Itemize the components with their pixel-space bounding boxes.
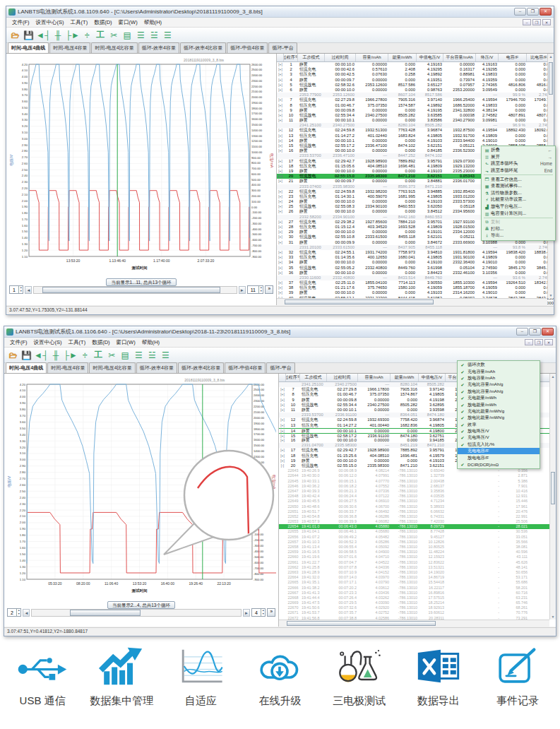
close-button[interactable]: ✕ bbox=[540, 8, 552, 16]
maximize-button[interactable]: ❐ bbox=[529, 328, 541, 336]
table-row[interactable]: 2267119:41:53.700:07:35.74.02752-786.130… bbox=[279, 610, 556, 615]
column-option[interactable]: ✔放电比容量/mAh/g bbox=[458, 389, 540, 395]
open-file-icon[interactable]: 🗁 bbox=[9, 29, 21, 42]
column-option[interactable]: ✔放电能量/mWh bbox=[458, 401, 540, 408]
table-row[interactable]: [+]1静置00:00:10.00.000000.0004.191630.000… bbox=[277, 62, 554, 67]
menu-item[interactable]: 帮助(H) bbox=[139, 338, 162, 347]
table-row[interactable]: 2341.251002340.27500—8280.1048505.282—96… bbox=[277, 123, 554, 128]
column-header[interactable]: 过程时间 bbox=[325, 54, 356, 61]
context-menu-item[interactable]: ⤓导出... bbox=[482, 232, 555, 239]
divide-icon[interactable]: ÷ bbox=[81, 29, 93, 42]
menu-item[interactable]: 数据(D) bbox=[89, 338, 112, 347]
column-option[interactable]: ✔充电能量/mWh bbox=[458, 395, 540, 401]
titlebar-1[interactable]: LANBTS电池测试系统1.08.1109.640 - [C:\Users\Ad… bbox=[6, 6, 554, 18]
column-header[interactable]: 过程时间 bbox=[327, 374, 358, 381]
table-row[interactable]: [+]39静置00:00:10.00.000000.0004.191032314… bbox=[277, 290, 554, 295]
context-menu-item[interactable]: ⚡比能量功率设置... bbox=[482, 196, 555, 203]
table-row[interactable]: [+]37恒流充电02:25:11.01855.041007714.1133.9… bbox=[277, 280, 554, 285]
table-row[interactable]: [+]11静置00:00:10.10.000000.0003.835862340… bbox=[277, 118, 554, 123]
column-option[interactable]: ✔循环次数 bbox=[458, 362, 540, 368]
cut-icon[interactable]: ✂ bbox=[108, 29, 120, 42]
context-menu-item[interactable]: ▤折叠← bbox=[482, 147, 555, 154]
tab-2[interactable]: 时间-电压4容量 bbox=[49, 42, 90, 53]
column-option[interactable]: ✔放电容量/mAh bbox=[458, 375, 540, 381]
menu-item[interactable]: 文件(F) bbox=[9, 18, 32, 27]
table-row[interactable]: [+]9静置00:00:09.80.000000.0004.191952341.… bbox=[277, 108, 554, 113]
scroll-left-arrow[interactable]: ◄ bbox=[23, 609, 30, 617]
column-header[interactable]: 工步模式 bbox=[298, 54, 325, 61]
column-header[interactable]: 电容/F bbox=[499, 54, 527, 61]
column-option[interactable]: ✔效率 bbox=[458, 422, 540, 428]
column-header[interactable]: 中值电压/V bbox=[417, 54, 443, 61]
column-option[interactable]: 放电电容/F bbox=[458, 454, 540, 461]
table-row[interactable]: [+]38恒压充电01:21:17.6375.746501580.1004.19… bbox=[277, 285, 554, 290]
column-header[interactable]: 终压/V bbox=[476, 54, 499, 61]
menu-item[interactable]: 帮助(H) bbox=[141, 18, 165, 27]
horizontal-scrollbar[interactable] bbox=[277, 298, 547, 305]
table-row[interactable]: 2265319:40:57.900:06:39.94.06082-786.130… bbox=[279, 519, 556, 524]
open-file-icon[interactable]: 🗁 bbox=[7, 349, 19, 362]
context-menu-item[interactable]: ▥电容量计算区间... bbox=[482, 210, 555, 217]
table-row[interactable]: 2265619:41:07.200:06:49.24.05482-786.130… bbox=[279, 535, 556, 540]
table-row[interactable]: 2266619:41:38.200:07:20.24.03612-786.130… bbox=[279, 586, 556, 591]
more-pages-button[interactable]: » bbox=[267, 608, 275, 617]
tab-2[interactable]: 时间-电压4容量 bbox=[47, 362, 88, 373]
table-row[interactable]: [+]6静置00:00:10.00.000000.0000.987632353.… bbox=[277, 88, 554, 93]
table-row[interactable]: 2266119:41:22.700:07:04.74.04522-786.130… bbox=[279, 560, 556, 565]
column-option[interactable]: 充电电容/F bbox=[458, 448, 540, 454]
page-end-spinner[interactable]: 4▲▼ bbox=[251, 608, 266, 617]
column-header[interactable]: 能量/mWh bbox=[388, 54, 417, 61]
list-view-icon[interactable]: ☰ bbox=[133, 349, 145, 362]
scroll-right-arrow[interactable]: ► bbox=[243, 609, 250, 617]
table-row[interactable]: 2266519:41:35.100:07:17.14.03790-786.130… bbox=[279, 580, 556, 585]
menu-item[interactable]: 工具(T) bbox=[68, 18, 91, 27]
mdi-minimize-button[interactable]: – bbox=[523, 19, 531, 25]
table-row[interactable]: 2265419:41:01.000:06:43.04.05880-786.130… bbox=[279, 524, 556, 529]
table-row[interactable]: [+]2恒流充电00:00:42.60.576102.4084.192950.1… bbox=[277, 67, 554, 72]
list-view-icon[interactable]: ☰ bbox=[135, 29, 147, 42]
table-row[interactable]: 2266919:41:47.500:07:29.54.03090-786.130… bbox=[279, 600, 556, 605]
titlebar-2[interactable]: LANBTS电池测试系统1.08.1106.640 - [C:\Users\Ad… bbox=[4, 326, 556, 338]
project-icon[interactable]: 工 bbox=[93, 349, 105, 362]
column-header[interactable]: 能量/mWh bbox=[391, 374, 419, 381]
column-option[interactable]: ✔恒流充入比/% bbox=[458, 441, 540, 448]
tab-3[interactable]: 时间-电压4比容量 bbox=[89, 362, 135, 373]
tab-1[interactable]: 时间-电压4曲线 bbox=[8, 42, 49, 53]
save-icon[interactable]: 💾 bbox=[23, 29, 35, 42]
table-row[interactable]: 2331.201002333.61500—8437.9058455.118—93… bbox=[277, 245, 554, 250]
spectrum-icon[interactable]: ▤ bbox=[121, 29, 133, 42]
minimize-button[interactable]: – bbox=[516, 328, 528, 336]
table-row[interactable]: [+]8恒压充电01:00:46.7375.073501574.5874.198… bbox=[277, 103, 554, 108]
context-menu-item[interactable]: ⬑跳至本循环头Home bbox=[482, 160, 555, 167]
table-row[interactable]: 2264819:40:42.400:06:24.44.07122-786.130… bbox=[279, 494, 556, 499]
table-row[interactable]: 2266019:41:19.600:07:01.64.04710-786.130… bbox=[279, 555, 556, 559]
table-row[interactable]: [+]7恒流充电02:27:29.81966.278007905.3163.97… bbox=[277, 97, 554, 102]
minimize-button[interactable]: – bbox=[514, 8, 526, 16]
table-row[interactable]: 2265919:41:16.500:06:58.54.04900-786.130… bbox=[279, 550, 556, 555]
context-menu-item[interactable]: ⧉复制 bbox=[482, 219, 555, 226]
table-row[interactable]: [+]13恒压充电01:14:27.2401.024401683.8244.19… bbox=[277, 134, 554, 138]
table-row[interactable]: 2264419:40:30.000:06:12.04.07991-786.130… bbox=[279, 473, 556, 478]
split-view-icon[interactable]: ╫ bbox=[49, 349, 61, 362]
table-row[interactable]: 2266219:41:25.800:07:07.84.04336-786.130… bbox=[279, 565, 556, 570]
column-option[interactable]: ✔充电容量/mAh bbox=[458, 368, 540, 374]
grid-view-icon[interactable]: ☱ bbox=[148, 29, 160, 42]
table-row[interactable]: 2264719:40:39.300:06:21.34.07336-786.130… bbox=[279, 489, 556, 494]
table-row[interactable]: 2266719:41:41.300:07:23.34.03436-786.130… bbox=[279, 591, 556, 595]
report-view-icon[interactable]: ☰ bbox=[160, 349, 172, 362]
more-pages-button[interactable]: » bbox=[265, 285, 273, 294]
table-row[interactable]: 2265219:40:54.800:06:36.84.06286-786.130… bbox=[279, 514, 556, 519]
column-option[interactable]: ✔放电比能量/mWh/g bbox=[458, 415, 540, 421]
table-row[interactable]: 2330.116002332.40800—8433.5148449.760—93… bbox=[277, 275, 554, 280]
menu-item[interactable]: 文件(F) bbox=[7, 338, 30, 347]
page-end-spinner[interactable]: 11▲▼ bbox=[247, 285, 264, 294]
menu-item[interactable]: 设置中心(S) bbox=[31, 338, 65, 347]
maximize-button[interactable]: ❐ bbox=[527, 8, 539, 16]
context-menu-item[interactable]: ⚗活性物质参数... bbox=[482, 190, 555, 197]
menu-item[interactable]: 窗口(W) bbox=[116, 18, 141, 27]
table-row[interactable]: 2267019:41:50.600:07:32.64.02920-786.130… bbox=[279, 605, 556, 610]
table-row[interactable]: [+]3恒压充电00:00:42.50.076300.2584.198920.8… bbox=[277, 72, 554, 77]
table-row[interactable]: [+]32恒流充电02:24:55.11931.742007758.9733.9… bbox=[277, 250, 554, 255]
menu-item[interactable]: 窗口(W) bbox=[114, 338, 138, 347]
mdi-minimize-button[interactable]: – bbox=[525, 339, 533, 345]
